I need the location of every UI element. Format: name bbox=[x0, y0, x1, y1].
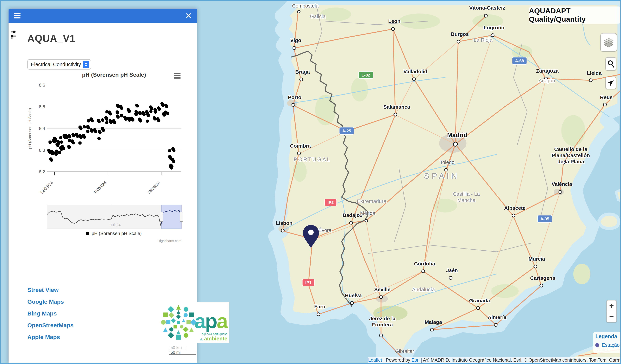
svg-text:A-25: A-25 bbox=[342, 129, 351, 133]
city-dot bbox=[559, 190, 562, 194]
scale-mi: 50 mi bbox=[169, 351, 196, 355]
map-label: Castelló de laPlana/Castellónde la Plana bbox=[552, 146, 590, 164]
svg-text:IP1: IP1 bbox=[305, 280, 311, 285]
map-label: Galicia bbox=[310, 14, 326, 19]
svg-text:A-35: A-35 bbox=[540, 216, 549, 221]
y-axis-labels: 8.28.38.48.58.6 bbox=[39, 83, 45, 174]
svg-text:8.6: 8.6 bbox=[39, 83, 45, 88]
map-label: Seville bbox=[374, 287, 390, 292]
link-apple-maps[interactable]: Apple Maps bbox=[27, 331, 73, 343]
link-street-view[interactable]: Street View bbox=[27, 284, 73, 296]
map-label: Córdoba bbox=[414, 261, 435, 266]
chart-navigator[interactable]: Jul '24 bbox=[47, 205, 183, 229]
map-label: PORTUGAL bbox=[294, 156, 331, 163]
map-label: Logroño bbox=[483, 25, 504, 30]
search-button[interactable] bbox=[605, 57, 616, 70]
city-dot bbox=[477, 307, 480, 310]
scale-control: 50 km 50 mi bbox=[169, 347, 196, 356]
city-dot bbox=[457, 40, 460, 43]
map-label: Malaga bbox=[425, 319, 442, 325]
city-dot bbox=[449, 276, 452, 280]
legend-header: Legenda bbox=[595, 333, 620, 340]
link-bing-maps[interactable]: Bing Maps bbox=[27, 308, 73, 319]
locate-button[interactable] bbox=[605, 77, 616, 89]
apa-tagline-1: agência portuguesa bbox=[202, 332, 227, 336]
map-label: La Rioja bbox=[474, 37, 492, 43]
close-button[interactable]: ✕ bbox=[185, 12, 192, 20]
tune-filter-icon[interactable] bbox=[10, 30, 17, 40]
apa-logo: apa agência portuguesa do ambiente bbox=[161, 302, 229, 343]
city-dot bbox=[365, 219, 368, 222]
parameter-select-value: Electrical Conductivity bbox=[31, 62, 81, 67]
chart-context-menu-icon[interactable] bbox=[174, 73, 180, 79]
map-label: Extremadura bbox=[357, 198, 386, 204]
parameter-select[interactable]: Electrical Conductivity bbox=[27, 59, 91, 69]
city-dot bbox=[293, 47, 296, 50]
app-title-badge: AQUADAPT Quality/Quantity bbox=[529, 6, 621, 24]
map-label: Braga bbox=[295, 69, 310, 75]
zoom-in-button[interactable]: + bbox=[607, 300, 616, 311]
station-title: AQUA_V1 bbox=[27, 33, 75, 44]
link-google-maps[interactable]: Google Maps bbox=[27, 296, 73, 308]
map-label: Porto bbox=[288, 95, 301, 100]
city-dot bbox=[494, 323, 497, 326]
link-openstreetmaps[interactable]: OpenStreetMaps bbox=[27, 319, 73, 331]
map-legend: Legenda Estação bbox=[593, 332, 621, 353]
city-dot bbox=[453, 142, 457, 146]
leaflet-link[interactable]: Leaflet bbox=[368, 358, 382, 363]
map-label: Madrid bbox=[447, 132, 467, 138]
svg-text:26/08/24: 26/08/24 bbox=[146, 180, 161, 195]
map-label: Gibraltar bbox=[395, 348, 414, 354]
city-dot bbox=[445, 168, 447, 171]
app-window: A-68E-82A-25IP2A-35IP1 MadridVitoria-Gas… bbox=[0, 0, 621, 364]
svg-text:8.4: 8.4 bbox=[39, 126, 45, 131]
map-label: Granada bbox=[469, 298, 490, 303]
zoom-control: + − bbox=[606, 300, 617, 322]
map-label: Aragón bbox=[539, 78, 555, 83]
map-label: Lisbon bbox=[276, 220, 293, 226]
city-dot bbox=[604, 103, 606, 106]
map-label: Coimbra bbox=[290, 143, 311, 149]
legend-item-station: Estação bbox=[595, 342, 620, 348]
navigator-handle-left[interactable] bbox=[160, 212, 163, 222]
city-dot bbox=[512, 214, 515, 217]
map-label: Reus bbox=[600, 95, 612, 100]
x-axis-labels: 12/08/2419/08/2426/08/24 bbox=[39, 172, 162, 195]
svg-text:E-82: E-82 bbox=[362, 73, 370, 77]
city-dot bbox=[297, 10, 300, 13]
chart-legend[interactable]: pH (Sorensen pH Scale) bbox=[86, 231, 142, 236]
city-dot bbox=[292, 103, 295, 106]
svg-text:8.5: 8.5 bbox=[39, 104, 45, 109]
map-label: Zaragoza bbox=[536, 68, 559, 74]
svg-text:12/08/24: 12/08/24 bbox=[39, 180, 54, 195]
city-dot bbox=[350, 301, 353, 305]
map-label: Andalucía bbox=[412, 287, 435, 292]
city-dot bbox=[380, 334, 382, 337]
esri-link[interactable]: Esri bbox=[412, 358, 419, 363]
map-label: Toledo bbox=[440, 160, 454, 165]
search-icon bbox=[607, 60, 615, 68]
city-dot bbox=[317, 313, 320, 316]
y-axis-title: pH (Sorensen pH Scale) bbox=[28, 108, 32, 149]
map-label: Jaén bbox=[446, 267, 458, 273]
island-ibiza bbox=[599, 214, 619, 229]
chart-legend-label: pH (Sorensen pH Scale) bbox=[92, 231, 142, 236]
map-label: Huelva bbox=[345, 293, 362, 298]
zoom-out-button[interactable]: − bbox=[607, 311, 616, 322]
legend-item-label: Estação bbox=[602, 342, 620, 348]
map-label: Lleida bbox=[587, 70, 602, 76]
city-dot bbox=[422, 270, 425, 273]
map-label: Leon bbox=[388, 18, 400, 24]
highcharts-credit[interactable]: Highcharts.com bbox=[158, 239, 181, 243]
map-label: Vitoria-Gasteiz bbox=[469, 5, 505, 11]
city-dot bbox=[491, 34, 494, 37]
svg-text:IP2: IP2 bbox=[328, 200, 334, 205]
station-popup-panel: ✕ AQUA_V1 Electrical Conductivity bbox=[9, 9, 197, 363]
navigator-handle-right[interactable] bbox=[180, 212, 183, 222]
scale-km: 50 km bbox=[169, 347, 186, 350]
station-dot-icon bbox=[595, 343, 599, 347]
menu-hamburger-icon[interactable] bbox=[14, 12, 20, 20]
layers-button[interactable] bbox=[600, 33, 617, 51]
map-label: València bbox=[552, 181, 572, 187]
map-label: Albacete bbox=[504, 205, 525, 211]
